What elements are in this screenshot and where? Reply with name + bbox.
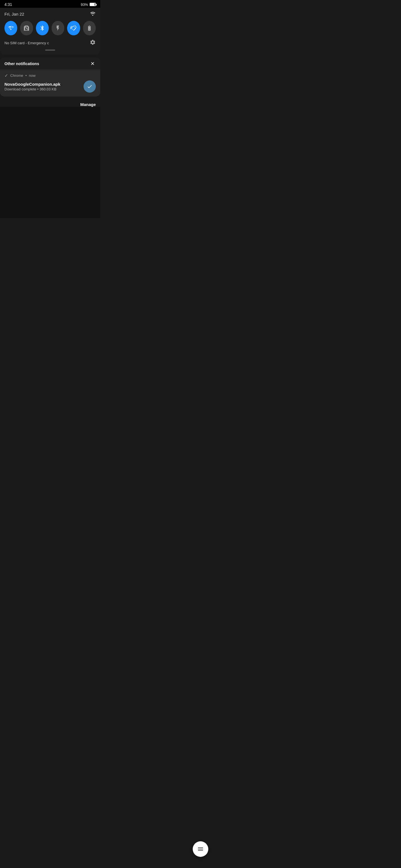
toggle-sim[interactable] bbox=[20, 21, 33, 35]
checkmark-icon: ✓ bbox=[4, 73, 8, 78]
status-time: 4:31 bbox=[4, 2, 12, 7]
notif-time: now bbox=[29, 73, 36, 78]
notif-body: NovaGoogleCompanion.apk Download complet… bbox=[4, 81, 96, 93]
quick-settings-panel: Fri, Jan 22 bbox=[0, 8, 100, 55]
qs-drag-handle bbox=[45, 50, 55, 51]
notif-subtitle: Download complete • 360.03 KB bbox=[4, 87, 84, 91]
notif-section-title: Other notifications bbox=[4, 61, 39, 66]
battery-icon bbox=[90, 3, 96, 6]
notif-card[interactable]: ✓ Chrome • now NovaGoogleCompanion.apk D… bbox=[0, 69, 100, 96]
toggle-bluetooth[interactable] bbox=[36, 21, 49, 35]
toggle-autorotate[interactable] bbox=[67, 21, 80, 35]
wifi-status-icon bbox=[90, 11, 96, 17]
manage-button[interactable]: Manage bbox=[80, 102, 96, 107]
toggle-battery-saver[interactable] bbox=[83, 21, 96, 35]
status-bar: 4:31 93% bbox=[0, 0, 100, 8]
notif-download-button[interactable] bbox=[84, 81, 96, 93]
status-right: 93% bbox=[81, 2, 96, 7]
toggle-flashlight[interactable] bbox=[52, 21, 64, 35]
qs-sim-row: No SIM card - Emergency c bbox=[4, 39, 96, 47]
qs-sim-text: No SIM card - Emergency c bbox=[4, 41, 49, 45]
qs-toggles bbox=[4, 21, 96, 35]
qs-date: Fri, Jan 22 bbox=[4, 12, 24, 17]
notif-header: Other notifications ✕ bbox=[0, 57, 100, 69]
notif-content: NovaGoogleCompanion.apk Download complet… bbox=[4, 82, 84, 91]
settings-icon[interactable] bbox=[90, 39, 96, 47]
manage-row: Manage bbox=[0, 99, 100, 107]
notif-app-name: Chrome bbox=[10, 73, 23, 78]
battery-percent: 93% bbox=[81, 2, 88, 7]
home-screen-background bbox=[0, 107, 100, 218]
notif-close-button[interactable]: ✕ bbox=[89, 61, 96, 67]
notifications-section: Other notifications ✕ ✓ Chrome • now Nov… bbox=[0, 57, 100, 96]
notif-title: NovaGoogleCompanion.apk bbox=[4, 82, 84, 87]
notif-meta: ✓ Chrome • now bbox=[4, 73, 96, 78]
qs-header: Fri, Jan 22 bbox=[4, 11, 96, 17]
notif-separator: • bbox=[25, 73, 27, 78]
toggle-wifi[interactable] bbox=[4, 21, 17, 35]
